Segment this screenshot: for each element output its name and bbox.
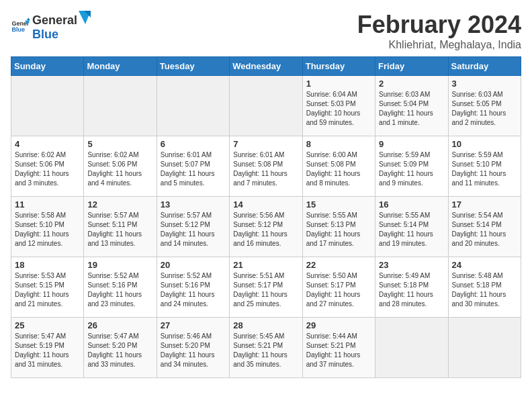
day-info: Sunrise: 5:53 AM Sunset: 5:15 PM Dayligh… bbox=[15, 271, 80, 309]
logo-icon: General Blue bbox=[11, 17, 30, 36]
day-number: 23 bbox=[379, 260, 444, 270]
weekday-header: Friday bbox=[375, 57, 448, 76]
calendar-cell: 4Sunrise: 6:02 AM Sunset: 5:06 PM Daylig… bbox=[11, 136, 84, 197]
calendar-cell: 20Sunrise: 5:52 AM Sunset: 5:16 PM Dayli… bbox=[157, 257, 229, 318]
subtitle: Khliehriat, Meghalaya, India bbox=[357, 39, 521, 51]
day-number: 15 bbox=[306, 199, 371, 210]
calendar-cell: 15Sunrise: 5:55 AM Sunset: 5:13 PM Dayli… bbox=[302, 197, 375, 257]
calendar-cell: 18Sunrise: 5:53 AM Sunset: 5:15 PM Dayli… bbox=[11, 257, 84, 318]
svg-text:Blue: Blue bbox=[11, 26, 25, 33]
day-number: 2 bbox=[379, 79, 444, 89]
calendar-cell: 2Sunrise: 6:03 AM Sunset: 5:04 PM Daylig… bbox=[375, 76, 448, 136]
day-number: 4 bbox=[15, 139, 80, 149]
calendar-cell: 16Sunrise: 5:55 AM Sunset: 5:14 PM Dayli… bbox=[375, 197, 448, 257]
day-info: Sunrise: 5:52 AM Sunset: 5:16 PM Dayligh… bbox=[161, 271, 226, 309]
calendar-cell bbox=[11, 76, 84, 136]
calendar-cell: 9Sunrise: 5:59 AM Sunset: 5:09 PM Daylig… bbox=[375, 136, 448, 197]
day-info: Sunrise: 6:04 AM Sunset: 5:03 PM Dayligh… bbox=[306, 90, 371, 128]
weekday-header: Saturday bbox=[448, 57, 521, 76]
day-number: 22 bbox=[306, 260, 371, 270]
day-info: Sunrise: 5:46 AM Sunset: 5:20 PM Dayligh… bbox=[161, 332, 226, 369]
calendar-cell: 1Sunrise: 6:04 AM Sunset: 5:03 PM Daylig… bbox=[302, 76, 375, 136]
calendar-cell: 12Sunrise: 5:57 AM Sunset: 5:11 PM Dayli… bbox=[84, 197, 157, 257]
calendar-cell: 13Sunrise: 5:57 AM Sunset: 5:12 PM Dayli… bbox=[157, 197, 229, 257]
day-number: 3 bbox=[452, 79, 517, 89]
header: General Blue General Blue February 2024 … bbox=[11, 11, 521, 51]
calendar-cell: 25Sunrise: 5:47 AM Sunset: 5:19 PM Dayli… bbox=[11, 318, 84, 378]
day-info: Sunrise: 6:00 AM Sunset: 5:08 PM Dayligh… bbox=[306, 150, 371, 188]
calendar-table: SundayMondayTuesdayWednesdayThursdayFrid… bbox=[11, 56, 521, 378]
day-number: 25 bbox=[15, 320, 80, 330]
day-info: Sunrise: 5:55 AM Sunset: 5:14 PM Dayligh… bbox=[379, 211, 444, 248]
day-info: Sunrise: 5:47 AM Sunset: 5:20 PM Dayligh… bbox=[87, 332, 152, 369]
day-number: 27 bbox=[161, 320, 226, 330]
calendar-week-row: 25Sunrise: 5:47 AM Sunset: 5:19 PM Dayli… bbox=[11, 318, 521, 378]
day-number: 28 bbox=[233, 320, 298, 330]
day-number: 13 bbox=[161, 199, 226, 210]
day-number: 24 bbox=[452, 260, 517, 270]
day-info: Sunrise: 6:02 AM Sunset: 5:06 PM Dayligh… bbox=[15, 150, 80, 188]
calendar-week-row: 11Sunrise: 5:58 AM Sunset: 5:10 PM Dayli… bbox=[11, 197, 521, 257]
logo: General Blue General Blue bbox=[11, 11, 91, 42]
day-number: 5 bbox=[87, 139, 152, 149]
calendar-week-row: 4Sunrise: 6:02 AM Sunset: 5:06 PM Daylig… bbox=[11, 136, 521, 197]
day-number: 18 bbox=[15, 260, 80, 270]
day-number: 10 bbox=[452, 139, 517, 149]
calendar-cell: 10Sunrise: 5:59 AM Sunset: 5:10 PM Dayli… bbox=[448, 136, 521, 197]
logo-arrow-icon bbox=[79, 11, 91, 24]
day-info: Sunrise: 5:51 AM Sunset: 5:17 PM Dayligh… bbox=[233, 271, 298, 309]
calendar-cell: 6Sunrise: 6:01 AM Sunset: 5:07 PM Daylig… bbox=[157, 136, 229, 197]
day-number: 16 bbox=[379, 199, 444, 210]
calendar-cell: 22Sunrise: 5:50 AM Sunset: 5:17 PM Dayli… bbox=[302, 257, 375, 318]
day-info: Sunrise: 5:50 AM Sunset: 5:17 PM Dayligh… bbox=[306, 271, 371, 309]
calendar-cell bbox=[230, 76, 302, 136]
day-info: Sunrise: 5:57 AM Sunset: 5:12 PM Dayligh… bbox=[161, 211, 226, 248]
day-info: Sunrise: 5:54 AM Sunset: 5:14 PM Dayligh… bbox=[452, 211, 517, 248]
calendar-header: SundayMondayTuesdayWednesdayThursdayFrid… bbox=[11, 57, 521, 76]
day-number: 6 bbox=[161, 139, 226, 149]
calendar-cell: 17Sunrise: 5:54 AM Sunset: 5:14 PM Dayli… bbox=[448, 197, 521, 257]
calendar-cell: 7Sunrise: 6:01 AM Sunset: 5:08 PM Daylig… bbox=[230, 136, 302, 197]
day-info: Sunrise: 5:55 AM Sunset: 5:13 PM Dayligh… bbox=[306, 211, 371, 248]
calendar-cell: 3Sunrise: 6:03 AM Sunset: 5:05 PM Daylig… bbox=[448, 76, 521, 136]
logo-general-text: General bbox=[32, 13, 77, 28]
day-info: Sunrise: 5:49 AM Sunset: 5:18 PM Dayligh… bbox=[379, 271, 444, 309]
day-info: Sunrise: 5:48 AM Sunset: 5:18 PM Dayligh… bbox=[452, 271, 517, 309]
day-info: Sunrise: 5:59 AM Sunset: 5:09 PM Dayligh… bbox=[379, 150, 444, 188]
day-number: 21 bbox=[233, 260, 298, 270]
calendar-week-row: 18Sunrise: 5:53 AM Sunset: 5:15 PM Dayli… bbox=[11, 257, 521, 318]
calendar-cell: 14Sunrise: 5:56 AM Sunset: 5:12 PM Dayli… bbox=[230, 197, 302, 257]
day-number: 12 bbox=[87, 199, 152, 210]
day-number: 26 bbox=[87, 320, 152, 330]
weekday-header: Sunday bbox=[11, 57, 84, 76]
day-info: Sunrise: 5:58 AM Sunset: 5:10 PM Dayligh… bbox=[15, 211, 80, 248]
calendar-cell: 8Sunrise: 6:00 AM Sunset: 5:08 PM Daylig… bbox=[302, 136, 375, 197]
day-info: Sunrise: 6:01 AM Sunset: 5:08 PM Dayligh… bbox=[233, 150, 298, 188]
title-area: February 2024 Khliehriat, Meghalaya, Ind… bbox=[357, 11, 521, 51]
calendar-cell: 5Sunrise: 6:02 AM Sunset: 5:06 PM Daylig… bbox=[84, 136, 157, 197]
calendar-week-row: 1Sunrise: 6:04 AM Sunset: 5:03 PM Daylig… bbox=[11, 76, 521, 136]
day-info: Sunrise: 5:47 AM Sunset: 5:19 PM Dayligh… bbox=[15, 332, 80, 369]
main-title: February 2024 bbox=[357, 11, 521, 39]
calendar-cell: 19Sunrise: 5:52 AM Sunset: 5:16 PM Dayli… bbox=[84, 257, 157, 318]
weekday-header: Wednesday bbox=[230, 57, 302, 76]
day-info: Sunrise: 6:03 AM Sunset: 5:05 PM Dayligh… bbox=[452, 90, 517, 128]
weekday-header: Thursday bbox=[302, 57, 375, 76]
day-info: Sunrise: 5:57 AM Sunset: 5:11 PM Dayligh… bbox=[87, 211, 152, 248]
day-info: Sunrise: 6:03 AM Sunset: 5:04 PM Dayligh… bbox=[379, 90, 444, 128]
weekday-header: Monday bbox=[84, 57, 157, 76]
calendar-cell: 29Sunrise: 5:44 AM Sunset: 5:21 PM Dayli… bbox=[302, 318, 375, 378]
day-info: Sunrise: 6:01 AM Sunset: 5:07 PM Dayligh… bbox=[161, 150, 226, 188]
day-number: 29 bbox=[306, 320, 371, 330]
day-info: Sunrise: 5:59 AM Sunset: 5:10 PM Dayligh… bbox=[452, 150, 517, 188]
day-number: 14 bbox=[233, 199, 298, 210]
calendar-cell: 28Sunrise: 5:45 AM Sunset: 5:21 PM Dayli… bbox=[230, 318, 302, 378]
calendar-cell: 23Sunrise: 5:49 AM Sunset: 5:18 PM Dayli… bbox=[375, 257, 448, 318]
calendar-cell bbox=[448, 318, 521, 378]
day-number: 7 bbox=[233, 139, 298, 149]
calendar-cell: 26Sunrise: 5:47 AM Sunset: 5:20 PM Dayli… bbox=[84, 318, 157, 378]
weekday-header: Tuesday bbox=[157, 57, 229, 76]
calendar-cell bbox=[375, 318, 448, 378]
day-info: Sunrise: 5:45 AM Sunset: 5:21 PM Dayligh… bbox=[233, 332, 298, 369]
calendar-cell bbox=[84, 76, 157, 136]
